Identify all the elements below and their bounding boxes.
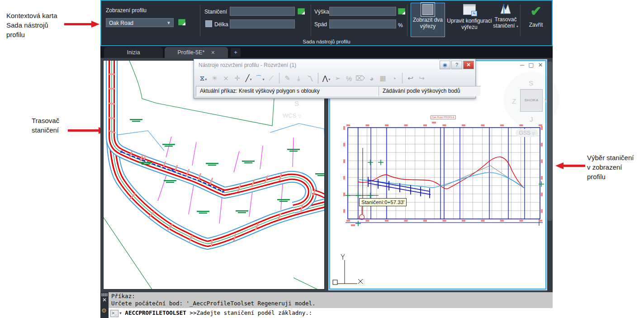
vertical-scrollbar[interactable] <box>547 58 553 292</box>
pick-station-icon[interactable] <box>298 8 305 14</box>
viewcube-south[interactable]: J <box>530 115 533 123</box>
profile-view-label: Zobrazení profilu <box>106 7 147 14</box>
edit-viewport-config-button[interactable]: ⇆ Upravit konfiguraci výřezu <box>447 3 492 37</box>
annotation-context-tab: Kontextová karta Sada nástrojů profilu <box>6 11 57 39</box>
length-checkbox[interactable] <box>205 20 212 27</box>
restore-icon[interactable]: ▢ <box>528 62 538 68</box>
copy-profile-icon: 〽 <box>304 75 316 82</box>
drawing-window-controls: ─▢✕ <box>520 62 547 68</box>
height-input[interactable] <box>329 7 396 16</box>
dialog-title: Nástroje rozvržení profilu - Rozvržení (… <box>199 62 296 68</box>
gss-dropdown[interactable]: GSS ▽ <box>516 129 538 137</box>
ball-icon: ◔ <box>388 75 400 82</box>
insert-pvi-icon: ✳ <box>209 74 220 82</box>
viewport-config-icon: ⇆ <box>463 4 476 15</box>
undo-icon[interactable]: ↩ <box>405 74 416 82</box>
delete-pvi-icon: ⨯ <box>220 74 232 82</box>
station-input[interactable] <box>230 7 295 16</box>
arrow-left-icon <box>555 161 585 170</box>
pvi-based-icon[interactable]: ⋀▾ <box>321 74 332 82</box>
length-label: Délka <box>214 21 228 28</box>
redo-icon: ↪ <box>416 74 427 82</box>
annotation-station-tracker: Trasovač staničení <box>32 116 59 135</box>
two-viewports-icon <box>422 4 433 15</box>
close-button[interactable]: ✔ Zavřít <box>522 3 550 37</box>
profile-layout-tools-dialog[interactable]: Nástroje rozvržení profilu - Rozvržení (… <box>194 59 476 99</box>
snap-markers <box>345 160 544 226</box>
draw-curve-icon[interactable]: ⌒▾ <box>254 74 265 83</box>
station-tracker-icon <box>500 4 511 14</box>
raise-lower-pvi-icon: ⤓ <box>293 74 304 82</box>
new-tab-button[interactable]: + <box>231 48 241 57</box>
entry-mode-status: Zádávání podle výškových bodů <box>379 86 481 96</box>
autocad-window: Zobrazení profilu Oak Road ▼ Staničení D… <box>100 0 553 318</box>
ribbon-profile-toolset: Zobrazení profilu Oak Road ▼ Staničení D… <box>100 0 553 46</box>
viewcube-west[interactable]: Z <box>512 97 516 105</box>
pick-profile-view-icon[interactable] <box>178 19 185 25</box>
pin-icon[interactable]: ◉ <box>440 61 450 69</box>
dialog-close-icon[interactable]: ✕ <box>463 61 474 69</box>
crosshair <box>347 148 379 220</box>
show-two-viewports-button[interactable]: Zobrazit dva výřezy <box>411 3 445 37</box>
close-icon[interactable]: ✕ <box>538 62 547 68</box>
tab-close-icon[interactable]: ✕ <box>211 50 215 55</box>
tab-profile-5e[interactable]: Profile-5E*✕ <box>165 47 228 58</box>
profile-view-dropdown[interactable]: Oak Road ▼ <box>106 18 174 27</box>
ucs-icon <box>333 254 363 285</box>
wcs-dropdown[interactable]: WCS ▽ <box>283 112 301 119</box>
draw-tangent-line-icon[interactable]: ╱▾ <box>243 74 254 82</box>
draw-tangents-icon[interactable]: ⧖▾ <box>198 74 209 82</box>
station-tracker-button[interactable]: Trasovač staničení ▾ <box>493 3 518 37</box>
current-command-status: Aktuální příkaz: Kreslit výškový polygon… <box>196 86 379 96</box>
grade-input[interactable] <box>329 19 396 28</box>
minimize-icon[interactable]: ─ <box>520 62 528 68</box>
active-command: AECCPROFILETOOLSET <box>125 309 186 316</box>
grid-view-icon: ▦ <box>377 74 388 82</box>
help-icon[interactable]: ? <box>451 61 462 69</box>
viewcube-north[interactable]: S <box>529 79 533 87</box>
drawing-area: S WCS ▽ <box>100 58 553 292</box>
station-label: Staničení <box>204 9 227 15</box>
file-tab-bar: Inizia Profile-5E*✕ + <box>100 46 553 58</box>
length-input[interactable] <box>230 19 295 28</box>
height-label: Výška <box>314 9 329 15</box>
fixed-line-icon: ⟋ <box>265 74 277 82</box>
command-input-line[interactable]: >_▼ AECCPROFILETOOLSET >>Zadejte staniče… <box>109 308 553 318</box>
command-prompt-text: >>Zadejte staničení podél základny.: <box>189 309 312 316</box>
arrow-right-icon <box>64 20 100 28</box>
chevron-down-icon[interactable]: ▼ <box>119 311 122 315</box>
chevron-down-icon[interactable]: ▼ <box>166 19 171 28</box>
check-icon: ✔ <box>522 5 550 18</box>
percent-suffix: % <box>398 22 403 28</box>
customize-wrench-icon[interactable]: ⚙ <box>101 307 107 314</box>
command-prompt-icon[interactable]: >_ <box>110 310 118 317</box>
grade-percent-icon: % <box>343 75 355 82</box>
command-history: Příkaz: Určete počáteční bod: '_AeccProf… <box>109 292 553 308</box>
grade-label: Spád <box>314 21 327 28</box>
close-command-icon[interactable]: ✕ <box>102 297 107 303</box>
delete-entity-icon: ⌦ <box>355 74 366 82</box>
move-pvi-icon: ✛ <box>232 74 243 82</box>
station-tooltip: Staničení:0+57.33' <box>359 198 407 206</box>
match-ball-icon: ◕ <box>366 75 377 82</box>
scrollbar-thumb[interactable] <box>548 62 552 221</box>
tab-start[interactable]: Inizia <box>104 47 163 58</box>
drag-handle-icon[interactable] <box>101 293 108 296</box>
pick-height-icon[interactable] <box>398 8 405 14</box>
layout-toolbar-icons: ⧖▾✳⨯✛╱▾⌒▾⟋✎⤓〽⋀▾➢%⌦◕▦◔↩↪ <box>198 72 427 85</box>
select-pvi-icon: ➢ <box>332 74 343 82</box>
panel-title: Sada nástrojů profilu <box>101 39 552 44</box>
pvi-pencil-icon: ✎ <box>282 74 293 82</box>
annotation-station-pick: Výběr staničení v zobrazení profilu <box>587 153 634 181</box>
profile-view-title-tag: Oak Road PROFILE <box>431 115 456 119</box>
viewcube-top-face[interactable]: SHORA <box>520 89 543 112</box>
compass-north-letter: S <box>294 100 299 107</box>
command-line-area: ✕ ⚙ Příkaz: Určete počáteční bod: '_Aecc… <box>100 292 553 318</box>
